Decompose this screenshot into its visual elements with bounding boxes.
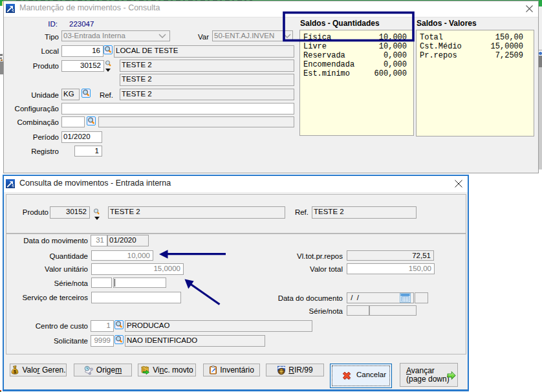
svg-text:$: $ (14, 368, 17, 374)
